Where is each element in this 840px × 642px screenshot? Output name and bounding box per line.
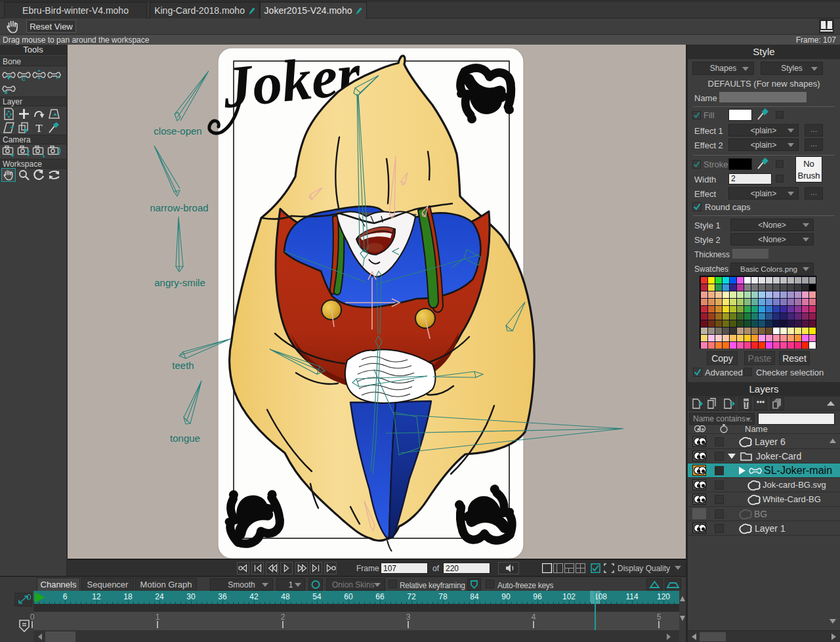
svg-text:narrow-broad: narrow-broad: [150, 202, 208, 213]
svg-text:C: C: [22, 75, 26, 81]
svg-text:tongue: tongue: [170, 433, 200, 444]
svg-text:T: T: [35, 122, 43, 134]
svg-text:teeth: teeth: [172, 360, 194, 371]
svg-text:angry-smile: angry-smile: [154, 277, 205, 288]
svg-text:close-open: close-open: [154, 125, 201, 137]
